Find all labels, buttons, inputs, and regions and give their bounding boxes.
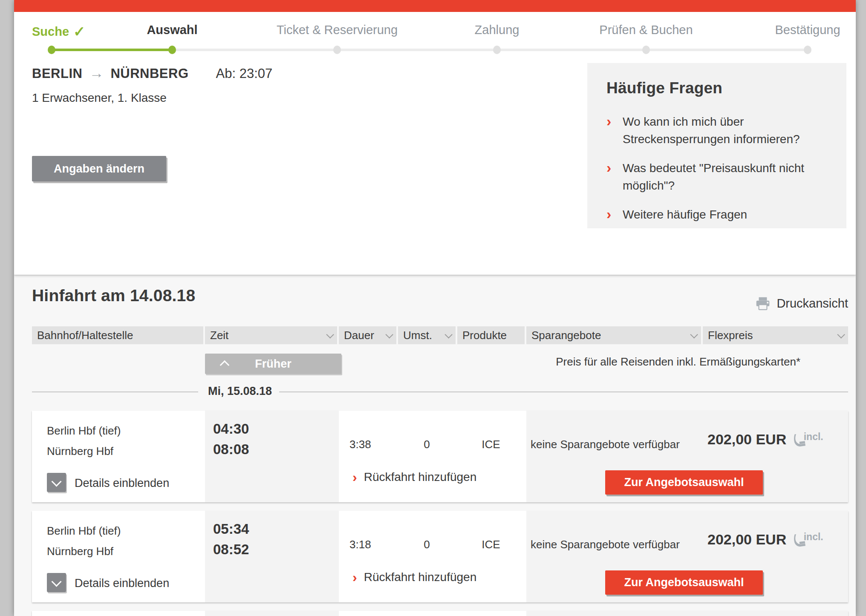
print-view-label: Druckansicht xyxy=(777,296,848,311)
results-heading: Hinfahrt am 14.08.18 xyxy=(32,286,195,305)
duration: 3:18 xyxy=(349,538,371,551)
details-toggle-label[interactable]: Details einblenden xyxy=(75,577,169,590)
top-red-bar xyxy=(14,0,856,12)
faq-link-streckensperrungen[interactable]: › Wo kann ich mich über Streckensperrung… xyxy=(606,113,827,148)
progress-dot-1 xyxy=(48,46,55,54)
arrow-right-icon: → xyxy=(89,65,104,81)
faq-link-text: Weitere häufige Fragen xyxy=(623,208,747,221)
earlier-button[interactable]: Früher xyxy=(205,354,341,374)
connection-row: Berlin Hbf (tief) Nürnberg Hbf 05:34 08:… xyxy=(32,511,848,602)
step-suche-label: Suche xyxy=(32,25,69,38)
chevron-right-icon: › xyxy=(606,157,611,178)
change-details-button[interactable]: Angaben ändern xyxy=(32,156,166,181)
price-cell-bg xyxy=(526,611,848,616)
details-toggle-label[interactable]: Details einblenden xyxy=(75,477,169,490)
col-header-umst[interactable]: Umst. xyxy=(398,326,456,344)
reservation-included-badge: incl. xyxy=(804,431,823,442)
chevron-down-icon xyxy=(690,331,698,338)
faq-title: Häufige Fragen xyxy=(606,79,827,97)
connection-row-partial xyxy=(32,611,848,616)
changes: 0 xyxy=(398,438,456,451)
chevron-down-icon xyxy=(385,331,393,338)
arrival-time: 08:52 xyxy=(213,541,249,558)
journey-summary: BERLIN→NÜRNBERGAb: 23:07 xyxy=(32,65,272,81)
chevron-down-icon xyxy=(51,576,61,587)
col-label: Produkte xyxy=(462,329,507,342)
chevron-down-icon xyxy=(837,331,845,338)
date-label: Mi, 15.08.18 xyxy=(208,385,272,398)
flex-price: 202,00 EUR xyxy=(707,431,786,447)
to-offers-button[interactable]: Zur Angebotsauswahl xyxy=(605,470,763,495)
departure-time: 04:30 xyxy=(213,421,249,437)
earlier-button-label: Früher xyxy=(255,357,292,371)
col-label: Flexpreis xyxy=(708,329,753,342)
journey-to: NÜRNBERG xyxy=(110,66,188,81)
seat-icon xyxy=(793,432,806,448)
faq-link-preisauskunft[interactable]: › Was bedeutet "Preisauskunft nicht mögl… xyxy=(606,160,827,194)
add-return-label: Rückfahrt hinzufügen xyxy=(364,470,477,484)
progress-dot-2 xyxy=(168,46,176,54)
upper-section: Suche✓ Auswahl Ticket & Reservierung Zah… xyxy=(14,12,856,275)
main-card: Suche✓ Auswahl Ticket & Reservierung Zah… xyxy=(14,0,856,616)
duration: 3:38 xyxy=(349,438,371,451)
separator-line xyxy=(32,391,198,392)
col-header-bahnhof: Bahnhof/Haltestelle xyxy=(32,326,203,344)
price-block: 202,00 EUR incl. xyxy=(707,431,823,448)
products: ICE xyxy=(457,538,525,551)
chevron-right-icon: › xyxy=(606,204,611,225)
price-note: Preis für alle Reisenden inkl. Ermäßigun… xyxy=(526,355,800,368)
col-label: Bahnhof/Haltestelle xyxy=(37,329,133,342)
chevron-right-icon: › xyxy=(352,469,357,485)
col-header-flexpreis[interactable]: Flexpreis xyxy=(703,326,848,344)
faq-link-text: Wo kann ich mich über Streckensperrungen… xyxy=(623,115,800,146)
price-block: 202,00 EUR incl. xyxy=(707,531,823,548)
station-to: Nürnberg Hbf xyxy=(47,545,113,558)
chevron-up-icon xyxy=(220,360,230,370)
step-pruefen-buchen: Prüfen & Buchen xyxy=(599,23,693,37)
add-return-link[interactable]: ›Rückfahrt hinzufügen xyxy=(352,570,476,585)
chevron-down-icon xyxy=(326,331,334,338)
printer-icon xyxy=(755,297,771,311)
journey-passengers: 1 Erwachsener, 1. Klasse xyxy=(32,91,167,105)
col-header-sparangebote[interactable]: Sparangebote xyxy=(526,326,701,344)
journey-from: BERLIN xyxy=(32,66,82,81)
faq-link-weitere[interactable]: › Weitere häufige Fragen xyxy=(606,206,827,224)
results-section: Hinfahrt am 14.08.18 Druckansicht Bahnho… xyxy=(14,275,856,616)
col-header-zeit[interactable]: Zeit xyxy=(205,326,337,344)
station-from: Berlin Hbf (tief) xyxy=(47,524,121,538)
chevron-right-icon: › xyxy=(352,570,357,585)
products: ICE xyxy=(457,438,525,451)
to-offers-label: Zur Angebotsauswahl xyxy=(624,576,744,589)
change-details-label: Angaben ändern xyxy=(54,162,144,176)
step-auswahl: Auswahl xyxy=(147,23,197,37)
changes: 0 xyxy=(398,538,456,551)
step-ticket-label: Ticket & Reservierung xyxy=(277,23,398,37)
col-label: Sparangebote xyxy=(531,329,601,342)
to-offers-button[interactable]: Zur Angebotsauswahl xyxy=(605,570,763,595)
chevron-down-icon xyxy=(51,476,61,486)
step-pruefen-label: Prüfen & Buchen xyxy=(599,23,693,37)
page: Suche✓ Auswahl Ticket & Reservierung Zah… xyxy=(0,0,866,616)
add-return-label: Rückfahrt hinzufügen xyxy=(364,570,477,584)
station-to: Nürnberg Hbf xyxy=(47,445,113,458)
saver-offer-text: keine Sparangebote verfügbar xyxy=(531,438,680,451)
station-from: Berlin Hbf (tief) xyxy=(47,424,121,438)
col-header-dauer[interactable]: Dauer xyxy=(339,326,396,344)
departure-time: 05:34 xyxy=(213,521,249,537)
col-label: Umst. xyxy=(403,329,432,342)
reservation-included-badge: incl. xyxy=(804,531,823,542)
print-view-link[interactable]: Druckansicht xyxy=(755,296,848,311)
col-header-produkte: Produkte xyxy=(457,326,525,344)
add-return-link[interactable]: ›Rückfahrt hinzufügen xyxy=(352,469,476,485)
progress-dot-6 xyxy=(804,46,811,54)
progress-dot-3 xyxy=(333,46,341,54)
details-toggle-button[interactable] xyxy=(47,473,66,492)
connection-row: Berlin Hbf (tief) Nürnberg Hbf 04:30 08:… xyxy=(32,411,848,502)
step-suche[interactable]: Suche✓ xyxy=(32,23,86,40)
step-bestaetigung: Bestätigung xyxy=(775,23,840,37)
chevron-right-icon: › xyxy=(606,111,611,132)
chevron-down-icon xyxy=(445,331,452,338)
journey-departure: Ab: 23:07 xyxy=(216,66,273,81)
step-ticket-reservierung: Ticket & Reservierung xyxy=(277,23,398,37)
details-toggle-button[interactable] xyxy=(47,573,66,592)
